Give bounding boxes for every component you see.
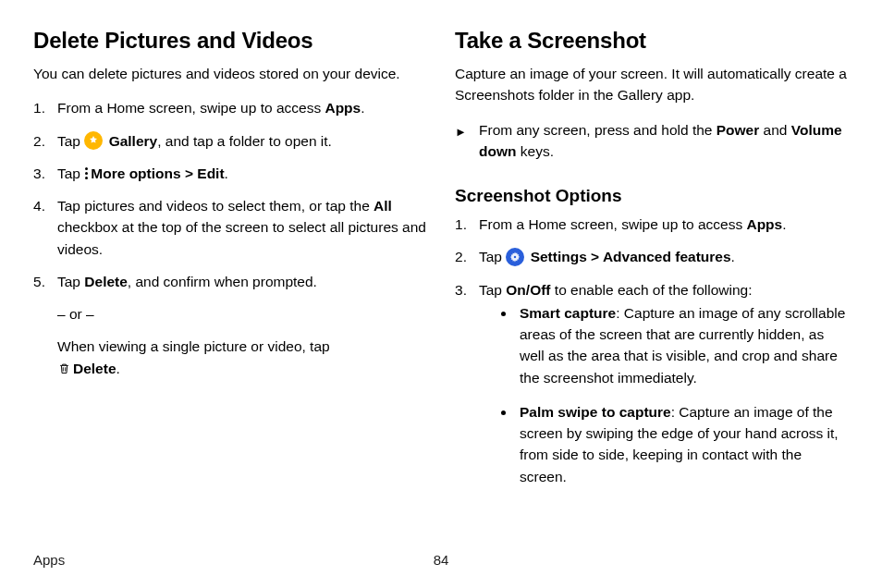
step-5: Tap Delete, and confirm when prompted. –… (33, 271, 427, 379)
page-footer: Apps 84 (33, 552, 849, 568)
step-1: From a Home screen, swipe up to access A… (33, 97, 427, 118)
screenshot-instruction: ► From any screen, press and hold the Po… (455, 119, 849, 163)
step-5-alt: When viewing a single picture or video, … (57, 336, 427, 379)
options-bullets: Smart capture: Capture an image of any s… (479, 302, 849, 487)
step-3: Tap More options > Edit. (33, 163, 427, 184)
footer-section: Apps (33, 552, 65, 568)
bullet-palm-swipe: Palm swipe to capture: Capture an image … (516, 401, 849, 487)
svg-point-1 (514, 256, 517, 259)
heading-screenshot: Take a Screenshot (455, 28, 849, 54)
subheading-options: Screenshot Options (455, 186, 849, 206)
settings-icon (506, 248, 524, 266)
or-divider: – or – (57, 303, 427, 325)
opt-step-3: Tap On/Off to enable each of the followi… (455, 279, 849, 487)
trash-icon (57, 361, 73, 376)
heading-delete: Delete Pictures and Videos (33, 28, 427, 54)
bullet-smart-capture: Smart capture: Capture an image of any s… (516, 302, 849, 388)
right-column: Take a Screenshot Capture an image of yo… (455, 28, 849, 500)
gallery-icon (84, 131, 103, 150)
triangle-icon: ► (455, 123, 467, 141)
step-4: Tap pictures and videos to select them, … (33, 195, 427, 260)
intro-screenshot: Capture an image of your screen. It will… (455, 63, 849, 106)
intro-delete: You can delete pictures and videos store… (33, 63, 427, 84)
page-number: 84 (434, 552, 449, 568)
steps-options: From a Home screen, swipe up to access A… (455, 214, 849, 487)
more-options-icon (85, 167, 88, 179)
left-column: Delete Pictures and Videos You can delet… (33, 28, 427, 500)
step-2: Tap Gallery, and tap a folder to open it… (33, 130, 427, 152)
opt-step-1: From a Home screen, swipe up to access A… (455, 214, 849, 235)
opt-step-2: Tap Settings > Advanced features. (455, 246, 849, 267)
steps-delete: From a Home screen, swipe up to access A… (33, 97, 427, 379)
